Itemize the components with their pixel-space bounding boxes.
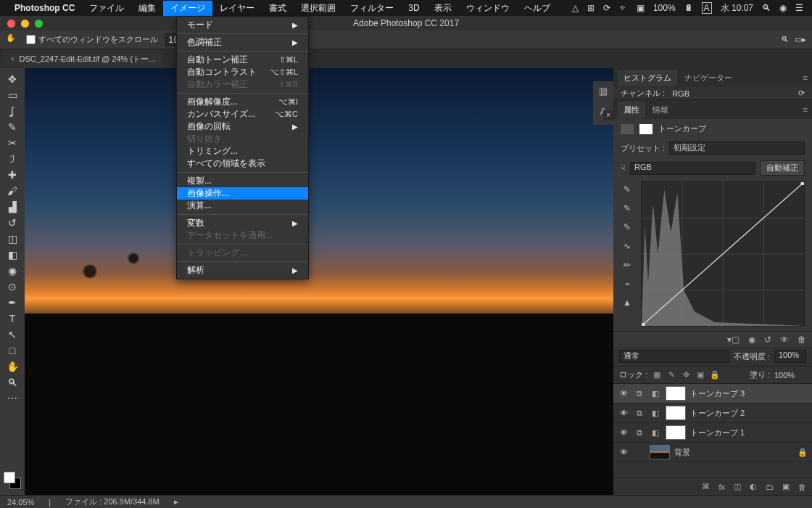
move-tool[interactable]: ✥	[3, 71, 22, 87]
tab-info[interactable]: 情報	[647, 102, 674, 118]
clip-to-layer-icon[interactable]: ▾▢	[727, 335, 740, 345]
menu-item[interactable]: 画像の回転▶	[177, 120, 308, 133]
gradient-tool[interactable]: ◧	[3, 247, 22, 263]
sync-icon[interactable]: ⟳	[603, 3, 610, 13]
curve-pencil-icon[interactable]: ✏	[621, 260, 634, 271]
lock-artboard-icon[interactable]: ▣	[695, 370, 705, 380]
scroll-all-checkbox[interactable]: すべてのウィンドウをスクロール	[26, 34, 158, 45]
hand-tool[interactable]: ✋	[3, 359, 22, 374]
document-tab[interactable]: × DSC_2247-Edit-Edit.tif @ 24% (トー...	[3, 51, 162, 67]
status-arrow-icon[interactable]: ▸	[174, 497, 178, 507]
visibility-icon[interactable]: 👁	[618, 389, 629, 398]
lock-transparency-icon[interactable]: ▦	[652, 370, 662, 380]
menu-help[interactable]: ヘルプ	[517, 1, 558, 16]
lock-pixels-icon[interactable]: ✎	[666, 370, 676, 380]
tab-navigator[interactable]: ナビゲーター	[679, 70, 738, 86]
input-icon[interactable]: A	[702, 2, 712, 14]
rectangle-tool[interactable]: □	[3, 343, 22, 359]
history-brush-tool[interactable]: ↺	[3, 215, 22, 231]
zoom-tool[interactable]: 🔍︎	[3, 374, 22, 390]
cloud-icon[interactable]: △	[572, 3, 579, 13]
eyedrop-white-icon[interactable]: ✎	[621, 222, 634, 234]
zoom-window-button[interactable]	[35, 20, 43, 28]
quick-select-tool[interactable]: ✎	[3, 119, 22, 135]
menu-select[interactable]: 選択範囲	[294, 1, 343, 16]
menu-view[interactable]: 表示	[427, 1, 459, 16]
workspace-menu-icon[interactable]: ▭▸	[795, 35, 806, 44]
curves-graph[interactable]	[641, 181, 805, 327]
dashboard-icon[interactable]: ⊞	[587, 3, 594, 13]
healing-tool[interactable]: ✚	[3, 167, 22, 183]
menu-item[interactable]: 複製...	[177, 175, 308, 187]
opacity-field[interactable]: 100%	[774, 350, 806, 363]
app-name[interactable]: Photoshop CC	[14, 3, 75, 13]
new-group-icon[interactable]: 🗀	[766, 483, 774, 491]
battery-icon[interactable]: 🔋︎	[684, 3, 693, 13]
type-tool[interactable]: T	[3, 311, 22, 327]
menu-item[interactable]: 自動コントラスト⌥⇧⌘L	[177, 66, 308, 78]
hand-target-icon[interactable]: ☟	[621, 163, 626, 173]
fg-color[interactable]	[4, 472, 15, 483]
menu-edit[interactable]: 編集	[131, 1, 163, 16]
layer-row[interactable]: 👁背景🔒	[613, 443, 812, 462]
new-adj-icon[interactable]: ◐	[750, 482, 757, 491]
close-tab-icon[interactable]: ×	[10, 54, 14, 63]
canvas[interactable]	[25, 68, 613, 495]
layer-row[interactable]: 👁⧉◧トーンカーブ 3	[613, 384, 812, 403]
eyedrop-black-icon[interactable]: ✎	[621, 184, 634, 196]
wifi-icon[interactable]: ᯤ	[619, 3, 628, 13]
menu-item[interactable]: 解析▶	[177, 264, 308, 276]
tab-histogram[interactable]: ヒストグラム	[618, 70, 677, 86]
crop-tool[interactable]: ✂	[3, 135, 22, 151]
pen-tool[interactable]: ✒	[3, 295, 22, 311]
close-panel-icon[interactable]: ×	[603, 110, 613, 120]
layer-row[interactable]: 👁⧉◧トーンカーブ 1	[613, 423, 812, 443]
color-swatches[interactable]	[4, 472, 21, 489]
refresh-icon[interactable]: ⟳	[798, 89, 805, 98]
blur-tool[interactable]: ◉	[3, 263, 22, 279]
zoom-level[interactable]: 24.05%	[7, 498, 34, 507]
link-icon[interactable]: ⧉	[634, 389, 645, 398]
airplay-icon[interactable]: ▣	[637, 3, 645, 13]
clock[interactable]: 水 10:07	[721, 2, 753, 15]
blend-mode-select[interactable]: 通常	[619, 350, 729, 363]
link-icon[interactable]: ⧉	[634, 409, 645, 418]
delete-layer-icon[interactable]: 🗑	[798, 483, 806, 491]
menu-item[interactable]: 変数▶	[177, 217, 308, 229]
visibility-icon[interactable]: 👁	[618, 428, 629, 437]
menu-item[interactable]: 演算...	[177, 200, 308, 212]
notification-icon[interactable]: ☰	[795, 3, 803, 13]
minimize-window-button[interactable]	[21, 20, 29, 28]
menu-image[interactable]: イメージ	[163, 1, 212, 16]
menu-filter[interactable]: フィルター	[343, 1, 401, 16]
layer-fx-icon[interactable]: fx	[718, 483, 725, 491]
eraser-tool[interactable]: ◫	[3, 231, 22, 247]
menu-item[interactable]: 色調補正▶	[177, 36, 308, 49]
spotlight-icon[interactable]: 🔍︎	[762, 3, 771, 13]
menu-type[interactable]: 書式	[262, 1, 294, 16]
link-layers-icon[interactable]: ⌘	[702, 482, 710, 491]
tab-properties[interactable]: 属性	[618, 102, 645, 118]
curve-clip-icon[interactable]: ▲	[621, 298, 634, 309]
edit-toolbar[interactable]: ⋯	[3, 390, 22, 406]
menu-3d[interactable]: 3D	[401, 1, 426, 15]
fill-field[interactable]: 100%	[774, 371, 806, 380]
stamp-tool[interactable]: ▟	[3, 199, 22, 215]
eyedropper-tool[interactable]: ℐ	[3, 151, 22, 167]
lasso-tool[interactable]: ʆ	[3, 103, 22, 119]
close-window-button[interactable]	[7, 20, 15, 28]
path-select-tool[interactable]: ↖	[3, 327, 22, 343]
layer-row[interactable]: 👁⧉◧トーンカーブ 2	[613, 403, 812, 423]
menu-item[interactable]: すべての領域を表示	[177, 157, 308, 170]
new-layer-icon[interactable]: ▣	[782, 482, 790, 491]
menu-file[interactable]: ファイル	[82, 1, 131, 16]
visibility-icon[interactable]: 👁	[618, 448, 629, 456]
menu-item[interactable]: トリミング...	[177, 145, 308, 157]
menu-layer[interactable]: レイヤー	[212, 1, 262, 16]
search-icon[interactable]: 🔍︎	[781, 35, 789, 44]
preset-select[interactable]: 初期設定	[669, 142, 805, 155]
menu-item[interactable]: 画像解像度...⌥⌘I	[177, 96, 308, 108]
layer-mask-icon[interactable]: ◫	[734, 482, 741, 491]
menu-item[interactable]: 自動トーン補正⇧⌘L	[177, 54, 308, 66]
delete-adj-icon[interactable]: 🗑	[798, 335, 806, 345]
